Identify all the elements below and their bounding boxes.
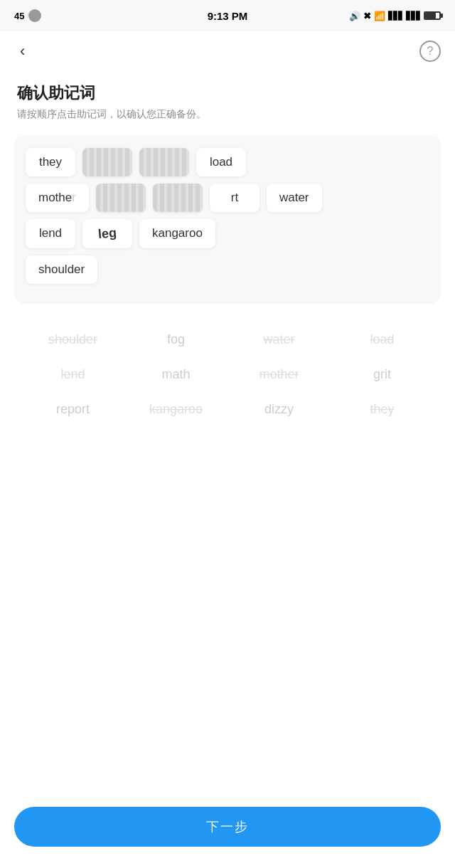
bank-word-math[interactable]: math: [148, 367, 205, 382]
title-section: 确认助记词 请按顺序点击助记词，以确认您正确备份。: [0, 71, 455, 135]
selected-word-rt[interactable]: rt: [210, 184, 259, 212]
bank-word-report[interactable]: report: [45, 402, 102, 417]
selected-word-leg[interactable]: leg: [82, 219, 132, 248]
selected-word-blur3: [96, 184, 146, 212]
selected-words-box: they load mother rt water lend leg kanga…: [14, 135, 441, 304]
selected-word-load[interactable]: load: [196, 148, 246, 176]
bank-word-kangaroo[interactable]: kangaroo: [148, 402, 205, 417]
status-time: 9:13 PM: [208, 10, 248, 22]
back-button[interactable]: ‹: [14, 36, 31, 66]
bank-word-load[interactable]: load: [354, 332, 411, 347]
battery-icon: [424, 11, 441, 20]
signal2-icon: ▋▋▋: [406, 11, 421, 21]
bank-row-2: lend math mother grit: [21, 367, 434, 382]
status-bar: 45 9:13 PM 🔊 ✖ 📶 ▋▋▋ ▋▋▋: [0, 0, 455, 31]
selected-word-they[interactable]: they: [26, 148, 75, 176]
bank-word-mother[interactable]: mother: [251, 367, 308, 382]
signal1-icon: ▋▋▋: [388, 11, 403, 21]
volume-icon: 🔊: [349, 11, 360, 21]
selected-word-water[interactable]: water: [267, 184, 322, 212]
bank-row-1: shoulder fog water load: [21, 332, 434, 347]
bank-row-3: report kangaroo dizzy they: [21, 402, 434, 417]
bottom-button-area: 下一步: [14, 807, 441, 847]
selected-row-3: lend leg kangaroo: [26, 219, 429, 248]
bank-word-water[interactable]: water: [251, 332, 308, 347]
selected-word-lend[interactable]: lend: [26, 219, 75, 248]
wifi-icon: 📶: [374, 11, 385, 21]
page-title: 确认助记词: [17, 83, 438, 104]
bank-word-shoulder[interactable]: shoulder: [45, 332, 102, 347]
selected-word-kangaroo[interactable]: kangaroo: [139, 219, 215, 248]
bank-word-dizzy[interactable]: dizzy: [251, 402, 308, 417]
selected-word-blur2: [139, 148, 189, 176]
selected-row-2: mother rt water: [26, 184, 429, 212]
bank-word-grit[interactable]: grit: [354, 367, 411, 382]
selected-word-blur1: [82, 148, 132, 176]
selected-word-mother[interactable]: mother: [26, 184, 89, 212]
selected-row-4: shoulder: [26, 255, 429, 284]
bank-word-lend[interactable]: lend: [45, 367, 102, 382]
word-bank: shoulder fog water load lend math mother…: [0, 332, 455, 417]
selected-row-1: they load: [26, 148, 429, 176]
circle-icon: [28, 9, 41, 22]
bank-word-fog[interactable]: fog: [148, 332, 205, 347]
selected-word-blur4: [153, 184, 203, 212]
bank-word-they[interactable]: they: [354, 402, 411, 417]
selected-word-shoulder[interactable]: shoulder: [26, 255, 97, 284]
status-right: 🔊 ✖ 📶 ▋▋▋ ▋▋▋: [349, 11, 441, 21]
next-button[interactable]: 下一步: [14, 807, 441, 847]
status-number: 45: [14, 11, 24, 21]
header: ‹ ?: [0, 31, 455, 71]
page-subtitle: 请按顺序点击助记词，以确认您正确备份。: [17, 108, 438, 121]
status-left: 45: [14, 9, 41, 22]
bluetooth-icon: ✖: [363, 11, 371, 21]
help-button[interactable]: ?: [419, 41, 441, 62]
